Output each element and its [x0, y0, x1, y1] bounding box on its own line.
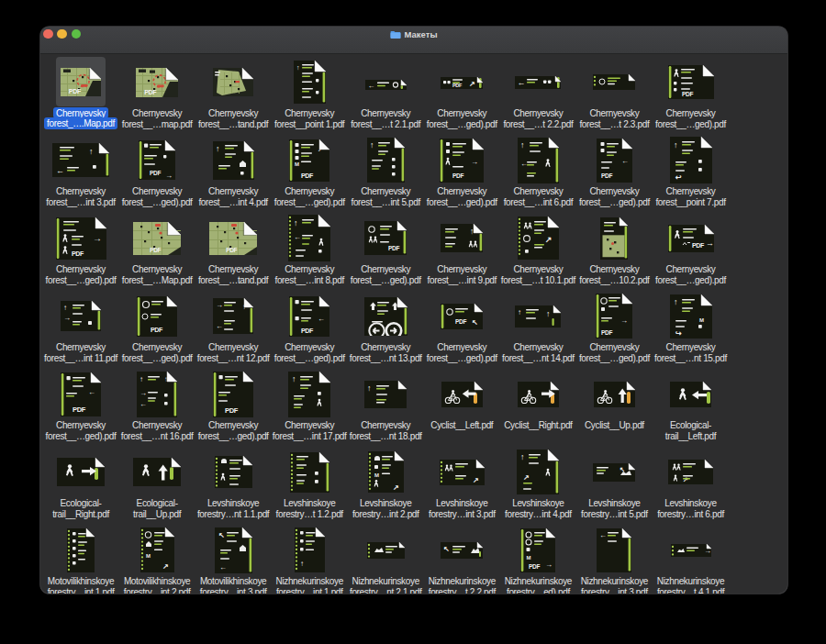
svg-text:↑: ↑ — [518, 308, 521, 316]
svg-text:↑: ↑ — [370, 140, 374, 150]
svg-text:PDF: PDF — [226, 247, 237, 253]
svg-text:PDF: PDF — [455, 318, 466, 325]
svg-text:→: → — [706, 239, 714, 248]
svg-text:←: ← — [216, 322, 223, 330]
svg-text:PDF: PDF — [150, 247, 161, 253]
svg-text:↑: ↑ — [216, 143, 220, 152]
svg-text:←: ← — [318, 315, 325, 323]
svg-text:↗: ↗ — [393, 483, 399, 492]
svg-text:M: M — [374, 472, 379, 478]
svg-text:→: → — [63, 314, 71, 322]
svg-text:PDF: PDF — [225, 406, 239, 415]
svg-text:PDF: PDF — [73, 405, 86, 414]
svg-text:←: ← — [599, 531, 607, 539]
svg-text:↗: ↗ — [523, 473, 530, 482]
svg-text:↑: ↑ — [89, 147, 94, 156]
svg-text:↑: ↑ — [674, 297, 678, 306]
svg-text:←: ← — [520, 160, 528, 168]
svg-text:↑: ↑ — [292, 374, 296, 383]
svg-text:←: ← — [621, 157, 629, 165]
svg-text:→: → — [165, 172, 173, 180]
svg-text:PDF: PDF — [529, 563, 540, 570]
svg-text:↗: ↗ — [469, 80, 475, 88]
svg-text:→: → — [545, 561, 553, 569]
svg-text:PDF: PDF — [301, 328, 314, 334]
svg-text:←: ← — [219, 563, 227, 572]
svg-text:↖: ↖ — [443, 545, 450, 553]
svg-text:↑: ↑ — [546, 309, 551, 318]
svg-text:←: ← — [518, 78, 526, 87]
svg-text:↖: ↖ — [472, 318, 478, 327]
svg-text:↑: ↑ — [367, 383, 372, 393]
svg-text:↑: ↑ — [300, 560, 304, 568]
svg-text:→: → — [93, 233, 102, 243]
svg-text:PDF: PDF — [452, 172, 463, 179]
svg-text:↗: ↗ — [545, 235, 553, 244]
svg-text:↗: ↗ — [162, 562, 169, 571]
svg-text:↑: ↑ — [294, 218, 298, 228]
svg-text:→: → — [620, 316, 628, 325]
svg-text:PDF: PDF — [151, 327, 163, 333]
svg-text:↗: ↗ — [473, 476, 479, 484]
svg-text:↑: ↑ — [296, 64, 300, 71]
svg-text:PDF: PDF — [452, 83, 463, 88]
svg-text:PDF: PDF — [301, 172, 314, 179]
svg-text:↑: ↑ — [520, 452, 525, 461]
svg-text:M: M — [295, 161, 299, 167]
svg-text:↪: ↪ — [675, 329, 682, 338]
svg-text:↑: ↑ — [674, 140, 678, 150]
svg-text:PDF: PDF — [69, 88, 82, 94]
svg-text:↑: ↑ — [63, 304, 67, 312]
svg-text:PDF: PDF — [72, 250, 84, 257]
svg-text:PDF: PDF — [144, 88, 157, 94]
svg-text:←: ← — [140, 400, 147, 408]
svg-text:→: → — [471, 158, 478, 166]
svg-text:↑: ↑ — [140, 375, 143, 383]
svg-text:PDF: PDF — [150, 170, 161, 176]
svg-text:↩: ↩ — [675, 173, 682, 182]
svg-text:↖: ↖ — [620, 466, 625, 472]
svg-text:←: ← — [367, 82, 374, 90]
svg-text:M: M — [699, 317, 704, 323]
svg-text:←: ← — [56, 166, 64, 175]
svg-text:PDF: PDF — [601, 329, 612, 336]
svg-text:PDF: PDF — [601, 172, 612, 179]
svg-text:←: ← — [294, 233, 301, 241]
svg-text:→: → — [216, 301, 223, 309]
svg-text:←: ← — [88, 388, 95, 396]
svg-text:PDF: PDF — [388, 245, 399, 251]
svg-text:PDF: PDF — [692, 242, 705, 249]
svg-text:M: M — [146, 553, 151, 559]
svg-text:M: M — [527, 555, 531, 561]
svg-text:→: → — [140, 389, 147, 397]
svg-text:↖: ↖ — [218, 531, 225, 539]
svg-text:↑: ↑ — [520, 140, 525, 150]
svg-text:PDF: PDF — [682, 91, 693, 97]
